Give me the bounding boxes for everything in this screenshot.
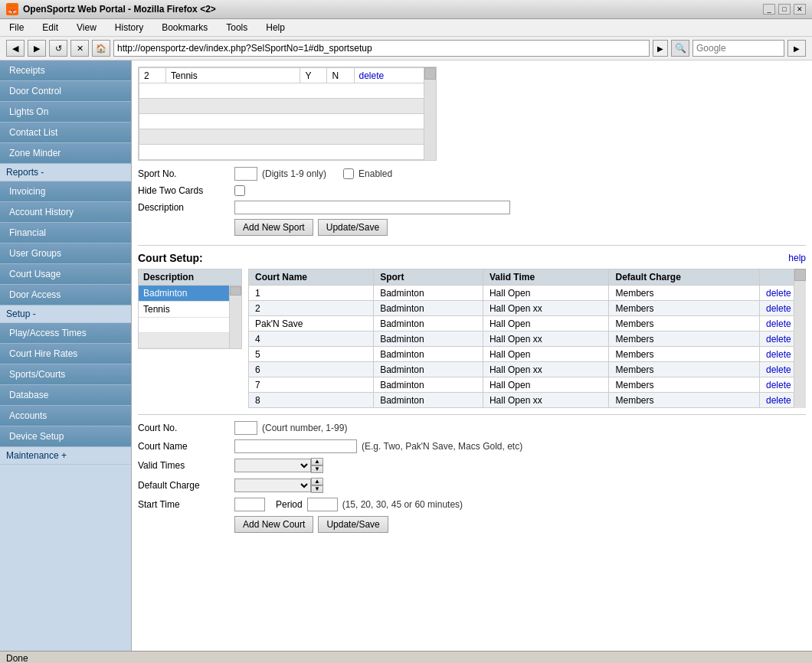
delete-court-link[interactable]: delete [766,395,791,406]
court-table: Court Name Sport Valid Time Default Char… [248,269,806,408]
court-form: Court No. (Court number, 1-99) Court Nam… [138,421,806,533]
default-charge-up[interactable]: ▲ [311,478,323,485]
enabled-label: Enabled [359,168,392,179]
hide-two-cards-checkbox[interactable] [234,185,245,196]
sidebar-item-play-access-times[interactable]: Play/Access Times [0,323,131,344]
desc-item-tennis[interactable]: Tennis [139,302,229,318]
close-button[interactable]: ✕ [794,4,806,15]
sidebar-item-accounts[interactable]: Accounts [0,406,131,426]
desc-scroll-thumb[interactable] [230,286,241,296]
valid-times-up[interactable]: ▲ [311,458,323,465]
delete-court-link[interactable]: delete [766,318,791,329]
delete-court-link[interactable]: delete [766,303,791,314]
valid-times-select[interactable] [234,459,311,472]
delete-court-link[interactable]: delete [766,349,791,360]
sport-table-wrapper: 2 Tennis Y N delete [138,67,437,161]
address-bar[interactable] [113,40,650,57]
sidebar-item-account-history[interactable]: Account History [0,202,131,223]
table-row [139,129,426,145]
default-charge-down[interactable]: ▼ [311,485,323,493]
court-table-row: 7 Badminton Hall Open Members delete [249,377,806,393]
table-row [139,99,426,114]
browser-title: OpenSportz Web Portal - Mozilla Firefox … [23,4,758,15]
help-link[interactable]: help [788,253,806,263]
sidebar-item-zone-minder[interactable]: Zone Minder [0,143,131,164]
sidebar-item-user-groups[interactable]: User Groups [0,243,131,264]
menu-history[interactable]: History [112,21,146,34]
court-scroll-thumb[interactable] [794,269,806,281]
table-row [139,145,426,160]
maximize-button[interactable]: □ [778,4,791,15]
court-no-input[interactable] [234,421,257,435]
sidebar-item-contact-list[interactable]: Contact List [0,122,131,143]
update-save-court-button[interactable]: Update/Save [318,516,388,533]
sport-table: 2 Tennis Y N delete [139,67,426,160]
th-sport: Sport [374,269,483,286]
court-setup-header: Court Setup: help [138,252,806,264]
valid-times-down[interactable]: ▼ [311,465,323,473]
court-name-input[interactable] [234,439,357,453]
menu-view[interactable]: View [74,21,100,34]
sport-table-scrollbar[interactable] [424,67,436,160]
desc-item-badminton[interactable]: Badminton [139,286,229,302]
start-time-input[interactable] [234,498,265,511]
sidebar-item-sports-courts[interactable]: Sports/Courts [0,364,131,385]
court-table-row: 4 Badminton Hall Open xx Members delete [249,332,806,347]
sidebar-item-court-hire-rates[interactable]: Court Hire Rates [0,344,131,364]
menu-file[interactable]: File [6,21,27,34]
menu-edit[interactable]: Edit [39,21,61,34]
back-button[interactable]: ◀ [6,40,25,57]
sidebar-item-lights-on[interactable]: Lights On [0,102,131,122]
th-court-name: Court Name [249,269,374,286]
th-valid-time: Valid Time [483,269,609,286]
minimize-button[interactable]: _ [763,4,775,15]
delete-court-link[interactable]: delete [766,288,791,299]
sidebar-item-database[interactable]: Database [0,385,131,406]
forward-button[interactable]: ▶ [28,40,46,57]
period-hint: (15, 20, 30, 45 or 60 minutes) [342,499,463,510]
sidebar-item-device-setup[interactable]: Device Setup [0,426,131,447]
court-name-row: Court Name (E.g. Two, Pak'N Save, Macs G… [138,439,806,453]
description-label: Description [138,202,230,213]
divider-2 [138,414,806,415]
sport-no-row: Sport No. (Digits 1-9 only) Enabled [138,167,806,181]
menu-bookmarks[interactable]: Bookmarks [159,21,211,34]
sidebar-item-financial[interactable]: Financial [0,223,131,243]
update-save-sport-button[interactable]: Update/Save [318,219,388,236]
description-input[interactable] [234,201,510,214]
search-button[interactable]: ▶ [787,40,806,57]
sidebar-section-setup: Setup - [0,305,131,323]
valid-times-row: Valid Times ▲ ▼ [138,458,806,473]
period-label: Period [276,499,303,510]
search-input[interactable] [692,40,784,57]
delete-court-link[interactable]: delete [766,334,791,345]
desc-list-scrollbar[interactable] [230,286,242,349]
scroll-thumb[interactable] [424,67,436,80]
main-layout: Receipts Door Control Lights On Contact … [0,60,812,651]
default-charge-select[interactable] [234,478,311,492]
delete-court-link[interactable]: delete [766,364,791,375]
menu-help[interactable]: Help [263,21,288,34]
enabled-checkbox[interactable] [343,168,354,179]
sidebar-item-invoicing[interactable]: Invoicing [0,181,131,202]
menu-tools[interactable]: Tools [223,21,250,34]
sidebar-item-door-access[interactable]: Door Access [0,285,131,305]
desc-item-empty2[interactable] [139,333,229,348]
home-button[interactable]: 🏠 [92,40,110,57]
add-new-sport-button[interactable]: Add New Sport [234,219,313,236]
sport-no-input[interactable] [234,167,257,181]
refresh-button[interactable]: ↺ [49,40,67,57]
stop-button[interactable]: ✕ [70,40,89,57]
go-button[interactable]: ▶ [653,40,668,57]
sidebar-item-door-control[interactable]: Door Control [0,81,131,102]
delete-sport-link[interactable]: delete [359,70,385,81]
browser-toolbar: ◀ ▶ ↺ ✕ 🏠 ▶ 🔍 ▶ [0,37,812,60]
period-input[interactable] [307,498,338,511]
court-table-scrollbar[interactable] [794,269,806,408]
desc-item-empty1[interactable] [139,318,229,333]
delete-court-link[interactable]: delete [766,380,791,390]
sidebar-item-court-usage[interactable]: Court Usage [0,264,131,285]
add-new-court-button[interactable]: Add New Court [234,516,313,533]
sidebar-item-receipts[interactable]: Receipts [0,60,131,81]
court-table-row: 6 Badminton Hall Open xx Members delete [249,362,806,377]
